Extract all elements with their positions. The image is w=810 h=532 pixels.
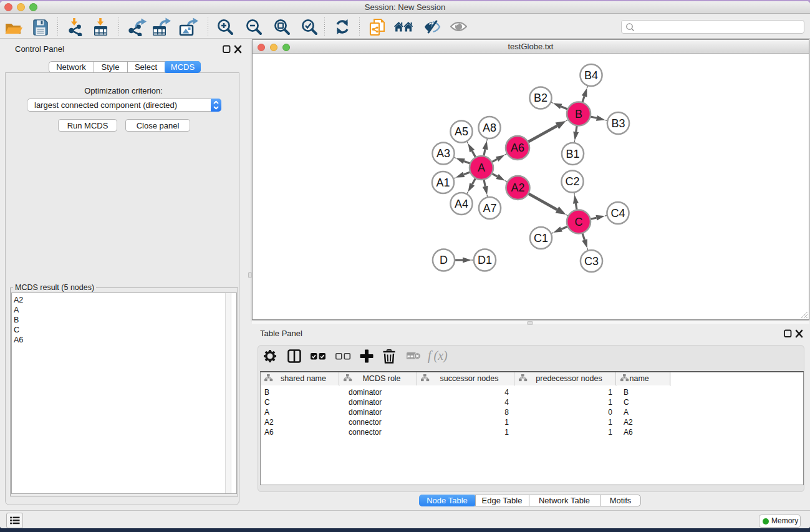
svg-text:A4: A4 <box>455 198 468 210</box>
svg-text:A5: A5 <box>455 125 468 138</box>
svg-text:A8: A8 <box>483 122 496 134</box>
svg-text:B1: B1 <box>566 148 579 160</box>
svg-text:C3: C3 <box>584 255 599 268</box>
svg-text:C2: C2 <box>565 175 579 188</box>
svg-text:A2: A2 <box>511 181 524 194</box>
svg-text:D: D <box>440 254 448 266</box>
svg-text:A1: A1 <box>436 177 450 189</box>
svg-text:B2: B2 <box>534 92 547 104</box>
svg-text:A3: A3 <box>436 147 450 160</box>
svg-text:A7: A7 <box>483 202 496 215</box>
svg-text:B3: B3 <box>611 117 625 130</box>
svg-text:A: A <box>478 162 485 174</box>
svg-text:C: C <box>575 216 583 228</box>
svg-text:A6: A6 <box>511 142 524 154</box>
svg-text:D1: D1 <box>478 254 492 266</box>
svg-text:B4: B4 <box>584 69 598 82</box>
svg-text:B: B <box>575 108 582 120</box>
svg-text:C4: C4 <box>610 207 625 220</box>
svg-text:C1: C1 <box>534 232 548 244</box>
